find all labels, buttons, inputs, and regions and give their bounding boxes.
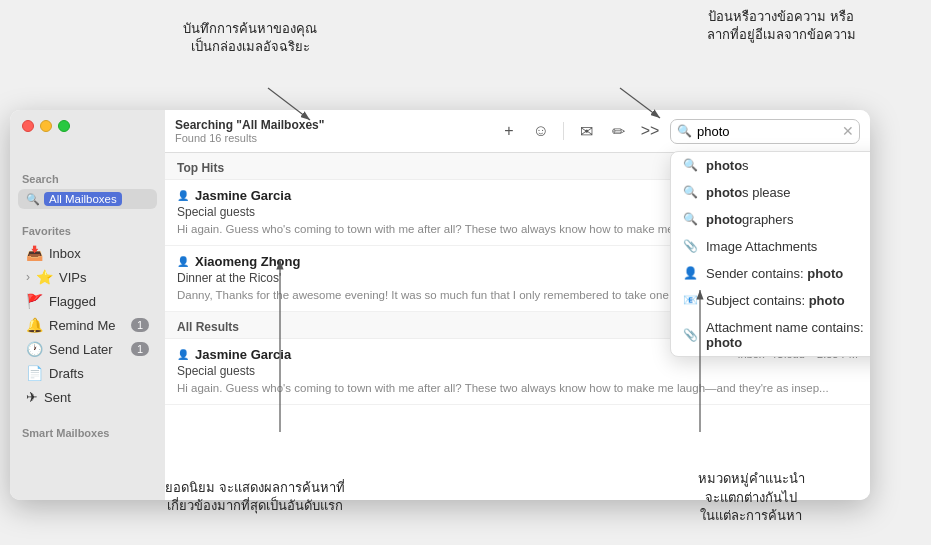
suggestion-image-attachments-text: Image Attachments (706, 239, 817, 254)
remind-me-icon: 🔔 (26, 317, 43, 333)
vips-icon: ⭐ (36, 269, 53, 285)
sidebar-item-sent[interactable]: ✈ Sent (14, 385, 161, 409)
flagged-icon: 🚩 (26, 293, 43, 309)
sidebar: Search 🔍 All Mailboxes Favorites 📥 Inbox… (10, 110, 165, 500)
toolbar: Searching "All Mailboxes" Found 16 resul… (165, 110, 870, 153)
search-section-label: Search (10, 165, 165, 189)
sender-person-icon-2: 👤 (177, 256, 189, 267)
sidebar-send-later-label: Send Later (49, 342, 113, 357)
envelope-button[interactable]: ✉ (574, 119, 598, 143)
toolbar-divider (563, 122, 564, 140)
main-content: Searching "All Mailboxes" Found 16 resul… (165, 110, 870, 500)
traffic-light-yellow[interactable] (40, 120, 52, 132)
traffic-light-red[interactable] (22, 120, 34, 132)
more-button[interactable]: >> (638, 119, 662, 143)
app-window: Search 🔍 All Mailboxes Favorites 📥 Inbox… (10, 110, 870, 500)
suggestion-attachment-icon-2: 📎 (683, 328, 698, 342)
suggestion-search-icon-1: 🔍 (683, 158, 698, 172)
sidebar-item-flagged[interactable]: 🚩 Flagged (14, 289, 161, 313)
sidebar-inbox-label: Inbox (49, 246, 81, 261)
sidebar-drafts-label: Drafts (49, 366, 84, 381)
suggestion-photographers-text: photographers (706, 212, 793, 227)
suggestion-photos-text: photos (706, 158, 749, 173)
sidebar-vips-label: VIPs (59, 270, 86, 285)
suggestion-photos-please[interactable]: 🔍 photos please (671, 179, 870, 206)
search-input[interactable] (670, 119, 860, 144)
suggestion-search-icon-2: 🔍 (683, 185, 698, 199)
suggestion-attachment-name-contains[interactable]: 📎 Attachment name contains: photo (671, 314, 870, 356)
new-mailbox-button[interactable]: + (497, 119, 521, 143)
sidebar-search-icon: 🔍 (26, 193, 40, 206)
email-sender-top-1: 👤 Jasmine Garcia (177, 188, 291, 203)
compose-button[interactable]: ✏ (606, 119, 630, 143)
sidebar-item-vips[interactable]: › ⭐ VIPs (14, 265, 161, 289)
smart-mailboxes-label: Smart Mailboxes (10, 419, 165, 443)
remind-me-badge: 1 (131, 318, 149, 332)
drafts-icon: 📄 (26, 365, 43, 381)
attachment-icon-all-1: 📎 (843, 380, 858, 381)
sent-icon: ✈ (26, 389, 38, 405)
suggestion-sender-contains[interactable]: 👤 Sender contains: photo (671, 260, 870, 287)
results-count: Found 16 results (175, 132, 489, 144)
sidebar-item-remind-me[interactable]: 🔔 Remind Me 1 (14, 313, 161, 337)
suggestion-photographers[interactable]: 🔍 photographers (671, 206, 870, 233)
annotation-top-right: ป้อนหรือวางข้อความ หรือ ลากที่อยู่อีเมลจ… (681, 8, 881, 44)
searching-label: Searching "All Mailboxes" (175, 118, 489, 132)
sidebar-remind-me-label: Remind Me (49, 318, 115, 333)
suggestion-attachment-icon-1: 📎 (683, 239, 698, 253)
email-sender-all-1: 👤 Jasmine Garcia (177, 347, 291, 362)
suggestion-subject-contains[interactable]: 📧 Subject contains: photo (671, 287, 870, 314)
email-sender-top-2: 👤 Xiaomeng Zhong (177, 254, 300, 269)
sidebar-item-drafts[interactable]: 📄 Drafts (14, 361, 161, 385)
suggestion-subject-text: Subject contains: photo (706, 293, 845, 308)
suggestion-attachment-name-text: Attachment name contains: photo (706, 320, 870, 350)
suggestion-photos[interactable]: 🔍 photos (671, 152, 870, 179)
favorites-section-label: Favorites (10, 217, 165, 241)
sidebar-search-selected[interactable]: All Mailboxes (44, 192, 122, 206)
disclosure-icon: › (26, 270, 30, 284)
search-dropdown: 🔍 photos 🔍 photos please 🔍 photographers… (670, 151, 870, 357)
search-input-icon: 🔍 (677, 124, 692, 138)
email-subject-all-1: Special guests (177, 364, 858, 378)
search-clear-button[interactable]: ✕ (842, 123, 854, 139)
sidebar-item-inbox[interactable]: 📥 Inbox (14, 241, 161, 265)
send-later-badge: 1 (131, 342, 149, 356)
suggestion-photos-please-text: photos please (706, 185, 791, 200)
search-area: 🔍 ✕ 🔍 photos 🔍 photos please 🔍 ph (670, 119, 860, 144)
send-later-icon: 🕐 (26, 341, 43, 357)
traffic-lights (22, 120, 70, 132)
suggestion-sender-text: Sender contains: photo (706, 266, 843, 281)
sidebar-item-send-later[interactable]: 🕐 Send Later 1 (14, 337, 161, 361)
annotation-top-left: บันทึกการค้นหาของคุณ เป็นกล่องเมลอัจฉริย… (160, 20, 340, 56)
search-box-sidebar[interactable]: 🔍 All Mailboxes (18, 189, 157, 209)
sender-person-icon-1: 👤 (177, 190, 189, 201)
traffic-light-green[interactable] (58, 120, 70, 132)
emoji-button[interactable]: ☺ (529, 119, 553, 143)
suggestion-image-attachments[interactable]: 📎 Image Attachments (671, 233, 870, 260)
email-preview-all-1: Hi again. Guess who's coming to town wit… (177, 380, 858, 396)
sidebar-flagged-label: Flagged (49, 294, 96, 309)
suggestion-sender-icon: 👤 (683, 266, 698, 280)
inbox-icon: 📥 (26, 245, 43, 261)
sender-person-icon-3: 👤 (177, 349, 189, 360)
toolbar-title: Searching "All Mailboxes" Found 16 resul… (175, 118, 489, 144)
suggestion-subject-icon: 📧 (683, 293, 698, 307)
suggestion-search-icon-3: 🔍 (683, 212, 698, 226)
sidebar-sent-label: Sent (44, 390, 71, 405)
